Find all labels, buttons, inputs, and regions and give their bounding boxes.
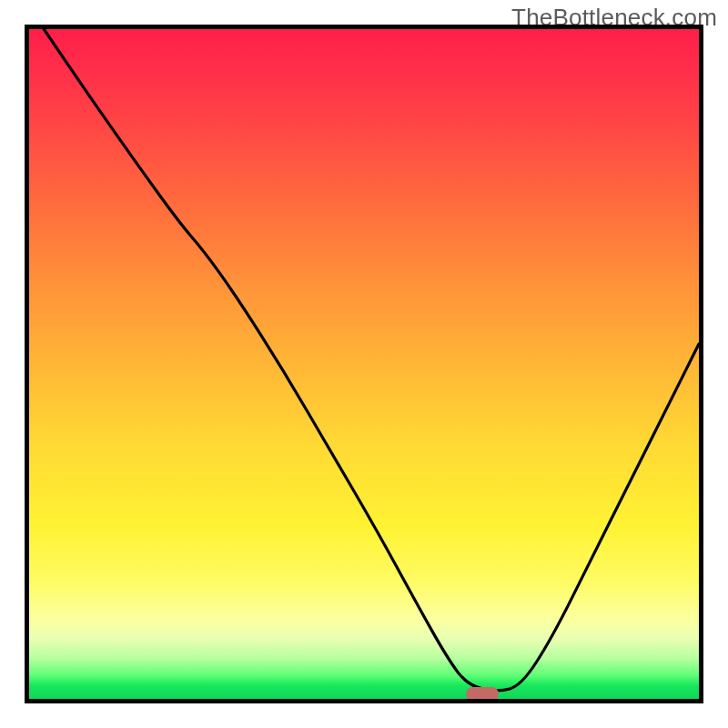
optimal-marker — [466, 687, 499, 701]
chart-frame: TheBottleneck.com — [0, 0, 728, 728]
bottleneck-curve — [29, 29, 699, 699]
plot-area — [25, 25, 703, 703]
